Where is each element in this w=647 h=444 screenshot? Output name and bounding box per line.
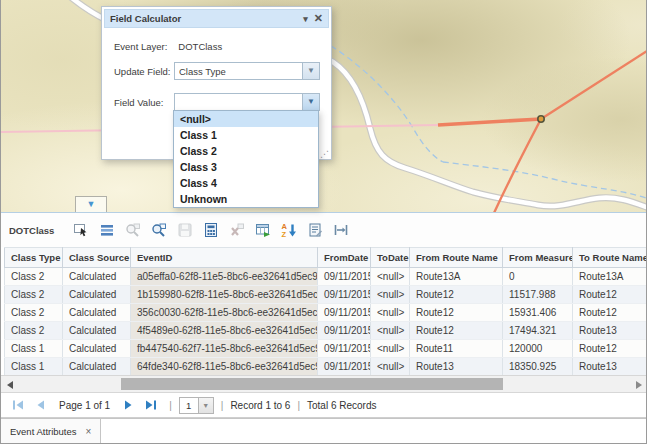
- table-cell: Class 2: [5, 268, 63, 286]
- sort-icon: A Z: [281, 222, 297, 238]
- select-records-icon: [73, 222, 89, 238]
- zoom-to-selection-icon: [125, 222, 141, 238]
- table-cell: <null>: [371, 286, 410, 304]
- bottom-tab-bar: Event Attributes ×: [1, 418, 647, 444]
- dropdown-option[interactable]: Unknown: [174, 191, 318, 207]
- show-selection-button[interactable]: [94, 217, 120, 243]
- column-header[interactable]: ToDate: [371, 248, 410, 268]
- field-value-label: Field Value:: [114, 97, 163, 108]
- table-header-row: Class TypeClass SourceEventIDFromDateToD…: [5, 248, 647, 268]
- scroll-right-arrow-icon[interactable]: [636, 381, 642, 389]
- next-page-button[interactable]: [118, 397, 140, 413]
- update-field-combobox[interactable]: Class Type ▼: [174, 62, 320, 80]
- save-button[interactable]: [172, 217, 198, 243]
- tab-label: Event Attributes: [10, 426, 77, 437]
- table-cell: 1b159980-62f8-11e5-8bc6-ee32641d5ec9: [131, 286, 318, 304]
- table-cell: 0: [503, 268, 573, 286]
- edit-records-button[interactable]: [302, 217, 328, 243]
- page-text: Page 1 of 1: [59, 400, 110, 411]
- previous-page-button[interactable]: [29, 397, 51, 413]
- table-row[interactable]: Class 1Calculatedfb447540-62f7-11e5-8bc6…: [5, 340, 647, 358]
- last-page-button[interactable]: [140, 397, 162, 413]
- select-records-button[interactable]: [68, 217, 94, 243]
- chevron-down-icon[interactable]: ▼: [302, 63, 319, 79]
- column-header[interactable]: FromDate: [318, 248, 371, 268]
- close-icon[interactable]: ✕: [314, 12, 323, 25]
- table-cell: <null>: [371, 358, 410, 376]
- chevron-down-icon[interactable]: ▼: [302, 94, 319, 110]
- transfer-button[interactable]: [328, 217, 354, 243]
- table-toolbar: DOTClass: [1, 213, 647, 247]
- resize-grip-icon[interactable]: ⋰: [320, 149, 329, 159]
- collapse-dialog-icon[interactable]: ▾: [303, 14, 308, 24]
- table-cell: Class 1: [5, 340, 63, 358]
- dialog-titlebar[interactable]: Field Calculator ▾ ✕: [104, 9, 329, 28]
- table-row[interactable]: Class 2Calculated356c0030-62f8-11e5-8bc6…: [5, 304, 647, 322]
- chevron-down-icon[interactable]: ▼: [199, 397, 214, 414]
- add-record-button[interactable]: [250, 217, 276, 243]
- table-cell: Route12: [410, 286, 503, 304]
- column-header[interactable]: From Route Name: [410, 248, 503, 268]
- page-select[interactable]: 1 ▼: [179, 397, 214, 414]
- layer-name-label: DOTClass: [9, 225, 54, 236]
- record-range-text: Record 1 to 6: [230, 400, 290, 411]
- svg-text:Z: Z: [282, 230, 287, 238]
- table-cell: 120000: [503, 340, 573, 358]
- field-calculator-button[interactable]: [198, 217, 224, 243]
- separator: |: [221, 400, 224, 411]
- table-cell: 15931.406: [503, 304, 573, 322]
- dialog-title: Field Calculator: [110, 13, 297, 24]
- table-cell: Route13: [573, 322, 647, 340]
- table-row[interactable]: Class 2Calculateda05effa0-62f8-11e5-8bc6…: [5, 268, 647, 286]
- scroll-left-arrow-icon[interactable]: [7, 381, 13, 389]
- zoom-to-icon: [151, 222, 167, 238]
- table-cell: Route12: [410, 322, 503, 340]
- table-cell: <null>: [371, 322, 410, 340]
- next-page-icon: [122, 399, 136, 411]
- table-cell: Calculated: [63, 286, 131, 304]
- tab-event-attributes[interactable]: Event Attributes ×: [1, 419, 101, 444]
- field-value-combobox[interactable]: ▼: [174, 93, 320, 111]
- table-cell: Class 1: [5, 358, 63, 376]
- horizontal-scrollbar[interactable]: [1, 375, 647, 393]
- zoom-to-button[interactable]: [146, 217, 172, 243]
- table-cell: Calculated: [63, 340, 131, 358]
- table-cell: Route12: [410, 304, 503, 322]
- total-records-text: Total 6 Records: [307, 400, 376, 411]
- table-cell: Route13A: [410, 268, 503, 286]
- table-cell: <null>: [371, 268, 410, 286]
- table-cell: Calculated: [63, 268, 131, 286]
- column-header[interactable]: From Measure: [503, 248, 573, 268]
- delete-selected-button[interactable]: [224, 217, 250, 243]
- table-cell: Route13: [573, 358, 647, 376]
- table-row[interactable]: Class 1Calculated64fde340-62f8-11e5-8bc6…: [5, 358, 647, 376]
- table-cell: 356c0030-62f8-11e5-8bc6-ee32641d5ec9: [131, 304, 318, 322]
- table-cell: Calculated: [63, 304, 131, 322]
- table-cell: <null>: [371, 304, 410, 322]
- first-page-button[interactable]: [7, 397, 29, 413]
- column-header[interactable]: Class Source: [63, 248, 131, 268]
- dropdown-option[interactable]: Class 4: [174, 175, 318, 191]
- chevron-down-icon: ▼: [87, 200, 96, 209]
- scrollbar-thumb[interactable]: [121, 378, 503, 390]
- sort-button[interactable]: A Z: [276, 217, 302, 243]
- close-icon[interactable]: ×: [86, 426, 92, 437]
- previous-page-icon: [33, 399, 47, 411]
- zoom-to-selection-button[interactable]: [120, 217, 146, 243]
- panel-collapse-tab[interactable]: ▼: [75, 196, 107, 212]
- dropdown-option[interactable]: Class 3: [174, 159, 318, 175]
- attribute-table: Class TypeClass SourceEventIDFromDateToD…: [4, 247, 647, 375]
- column-header[interactable]: To Route Name: [573, 248, 647, 268]
- dropdown-option[interactable]: Class 1: [174, 127, 318, 143]
- table-row[interactable]: Class 2Calculated4f5489e0-62f8-11e5-8bc6…: [5, 322, 647, 340]
- column-header[interactable]: Class Type: [5, 248, 63, 268]
- table-cell: 09/11/2015: [318, 340, 371, 358]
- table-cell: Route12: [573, 304, 647, 322]
- dropdown-option[interactable]: Class 2: [174, 143, 318, 159]
- stream-line: [331, 46, 443, 162]
- table-cell: 11517.988: [503, 286, 573, 304]
- dropdown-option[interactable]: <null>: [174, 111, 318, 127]
- route-line-ne: [541, 49, 647, 119]
- column-header[interactable]: EventID: [131, 248, 318, 268]
- table-row[interactable]: Class 2Calculated1b159980-62f8-11e5-8bc6…: [5, 286, 647, 304]
